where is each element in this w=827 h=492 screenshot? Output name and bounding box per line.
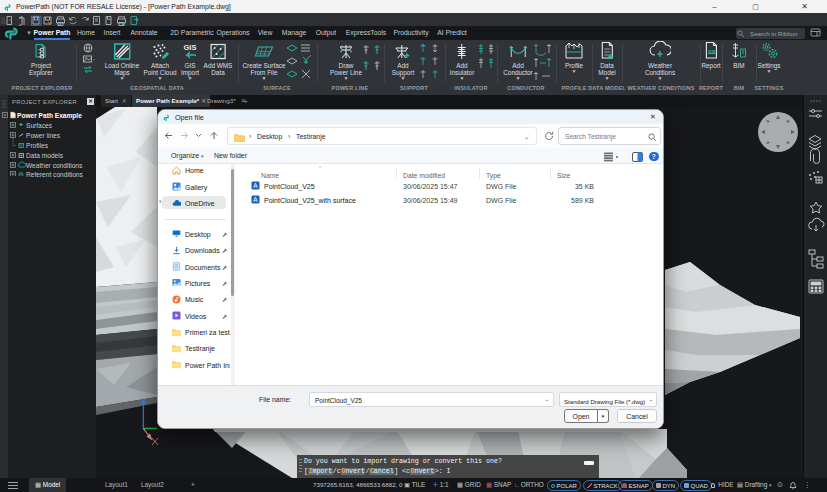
svg-text:SAG: SAG [708,50,716,54]
svg-text:GIS: GIS [184,43,197,52]
